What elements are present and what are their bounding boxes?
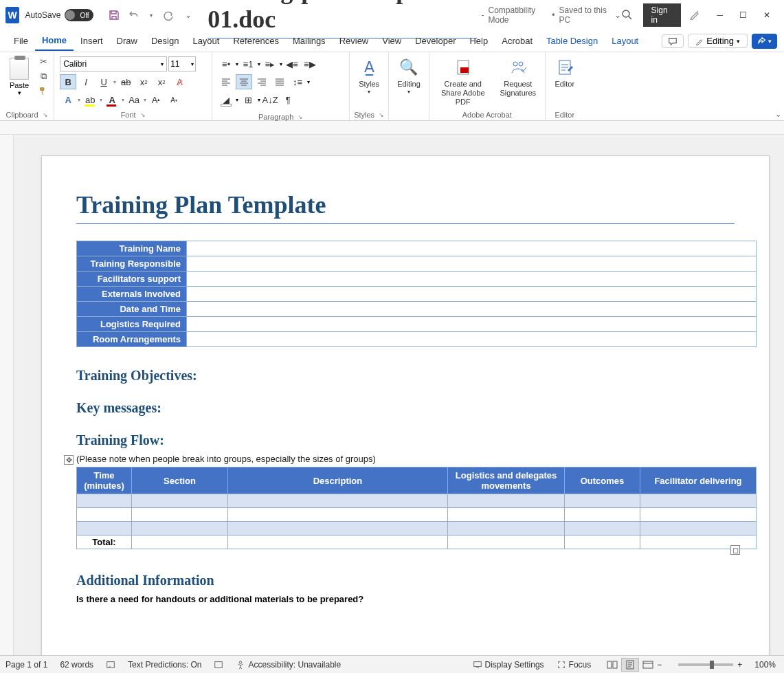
flow-col-outcomes[interactable]: Outcomes xyxy=(565,467,640,494)
justify-button[interactable] xyxy=(271,74,288,89)
page-status[interactable]: Page 1 of 1 xyxy=(5,660,47,670)
editing-button[interactable]: 🔍 Editing ▾ xyxy=(392,54,426,98)
chevron-down-icon[interactable]: ▾ xyxy=(307,79,310,85)
flow-note[interactable]: (Please note when people break into grou… xyxy=(76,454,735,464)
focus-button[interactable]: Focus xyxy=(557,660,592,670)
zoom-in-button[interactable]: + xyxy=(737,660,742,670)
table-cell[interactable] xyxy=(132,494,228,508)
horizontal-ruler[interactable] xyxy=(0,121,784,135)
autosave-toggle[interactable]: Off xyxy=(65,9,93,21)
flow-col-section[interactable]: Section xyxy=(132,467,228,494)
change-case-button[interactable]: Aa xyxy=(126,92,142,107)
text-predictions-status[interactable]: Text Predictions: On xyxy=(128,660,201,670)
chevron-down-icon[interactable]: ▾ xyxy=(236,97,238,103)
search-icon[interactable] xyxy=(621,9,632,22)
info-label-datetime[interactable]: Date and Time xyxy=(77,302,187,317)
collapse-ribbon-icon[interactable]: ⌄ xyxy=(775,110,781,119)
align-right-button[interactable] xyxy=(254,74,270,89)
info-value-name[interactable] xyxy=(187,241,757,256)
table-cell[interactable] xyxy=(565,494,640,508)
info-value-logistics[interactable] xyxy=(187,317,757,332)
table-cell[interactable] xyxy=(565,536,640,549)
paste-button[interactable]: Paste ▾ xyxy=(7,56,32,98)
close-button[interactable]: ✕ xyxy=(755,5,779,25)
sort-button[interactable]: A↓Z xyxy=(262,92,278,107)
flow-table[interactable]: Time (minutes) Section Description Logis… xyxy=(76,467,757,549)
styles-button[interactable]: A̲ Styles ▾ xyxy=(352,54,385,98)
chevron-down-icon[interactable]: ▾ xyxy=(113,79,116,85)
zoom-slider[interactable] xyxy=(678,663,733,666)
total-label[interactable]: Total: xyxy=(77,536,132,549)
tab-review[interactable]: Review xyxy=(333,32,376,50)
accessibility-status[interactable]: Accessibility: Unavailable xyxy=(236,660,341,670)
table-cell[interactable] xyxy=(228,508,448,522)
italic-button[interactable]: I xyxy=(78,74,94,89)
tab-home[interactable]: Home xyxy=(35,31,74,51)
additional-question[interactable]: Is there a need for handouts or addition… xyxy=(76,594,735,604)
highlight-button[interactable]: ab xyxy=(82,92,98,107)
comments-button[interactable] xyxy=(662,34,684,48)
chevron-down-icon[interactable]: ▾ xyxy=(144,97,146,103)
table-cell[interactable] xyxy=(565,522,640,536)
print-layout-button[interactable] xyxy=(621,658,639,672)
align-center-button[interactable] xyxy=(236,74,252,89)
info-label-facilitators[interactable]: Facilitators support xyxy=(77,272,187,287)
chevron-down-icon[interactable]: ▾ xyxy=(18,89,21,96)
macro-icon[interactable] xyxy=(214,660,223,670)
zoom-out-button[interactable]: − xyxy=(657,660,662,670)
table-cell[interactable] xyxy=(640,508,757,522)
text-effects-button[interactable]: A xyxy=(60,92,76,107)
coming-soon-icon[interactable] xyxy=(689,9,700,22)
training-flow-heading[interactable]: Training Flow: xyxy=(76,432,735,448)
create-share-pdf-button[interactable]: Create and Share Adobe PDF xyxy=(432,54,494,110)
info-label-logistics[interactable]: Logistics Required xyxy=(77,317,187,332)
chevron-down-icon[interactable]: ▾ xyxy=(100,97,102,103)
font-size-combo[interactable]: 11▾ xyxy=(168,56,196,71)
clear-formatting-button[interactable]: A̷ xyxy=(171,74,188,89)
tab-acrobat[interactable]: Acrobat xyxy=(495,32,539,50)
font-name-combo[interactable]: Calibri▾ xyxy=(60,56,167,71)
tab-table-design[interactable]: Table Design xyxy=(539,32,605,50)
table-cell[interactable] xyxy=(448,522,565,536)
editing-mode-button[interactable]: Editing ▾ xyxy=(688,34,748,48)
bold-button[interactable]: B xyxy=(60,74,76,89)
underline-button[interactable]: U xyxy=(96,74,112,89)
minimize-button[interactable]: ─ xyxy=(708,5,732,25)
info-value-room[interactable] xyxy=(187,332,757,347)
table-cell[interactable] xyxy=(132,508,228,522)
table-cell[interactable] xyxy=(228,536,448,549)
page[interactable]: Training Plan Template Training Name Tra… xyxy=(41,155,770,673)
tab-help[interactable]: Help xyxy=(462,32,495,50)
info-value-facilitators[interactable] xyxy=(187,272,757,287)
table-cell[interactable] xyxy=(565,508,640,522)
tab-table-layout[interactable]: Layout xyxy=(605,32,645,50)
table-cell[interactable] xyxy=(77,522,132,536)
word-count[interactable]: 62 words xyxy=(60,660,93,670)
font-launcher-icon[interactable]: ↘ xyxy=(140,111,146,118)
tab-insert[interactable]: Insert xyxy=(74,32,110,50)
zoom-slider-knob[interactable] xyxy=(710,661,714,669)
chevron-down-icon[interactable]: ▾ xyxy=(122,97,124,103)
key-messages-heading[interactable]: Key messages: xyxy=(76,400,735,416)
table-cell[interactable] xyxy=(77,494,132,508)
show-marks-button[interactable]: ¶ xyxy=(280,92,296,107)
subscript-button[interactable]: x2 xyxy=(135,74,152,89)
additional-info-heading[interactable]: Additional Information xyxy=(76,573,735,588)
tab-design[interactable]: Design xyxy=(144,32,186,50)
table-cell[interactable] xyxy=(77,508,132,522)
styles-launcher-icon[interactable]: ↘ xyxy=(379,111,384,118)
decrease-indent-button[interactable]: ◀≡ xyxy=(284,56,300,71)
undo-icon[interactable] xyxy=(128,8,140,22)
paragraph-launcher-icon[interactable]: ↘ xyxy=(298,113,303,120)
flow-col-time[interactable]: Time (minutes) xyxy=(77,467,132,494)
superscript-button[interactable]: x2 xyxy=(153,74,170,89)
table-cell[interactable] xyxy=(228,522,448,536)
chevron-down-icon[interactable]: ▾ xyxy=(258,97,260,103)
spellcheck-icon[interactable] xyxy=(106,660,115,670)
copy-icon[interactable]: ⧉ xyxy=(36,69,50,83)
undo-dropdown-icon[interactable]: ▾ xyxy=(148,8,155,22)
table-cell[interactable] xyxy=(132,522,228,536)
numbering-button[interactable]: ≡1 xyxy=(240,56,256,71)
font-color-button[interactable]: A xyxy=(104,92,120,107)
table-cell[interactable] xyxy=(448,494,565,508)
